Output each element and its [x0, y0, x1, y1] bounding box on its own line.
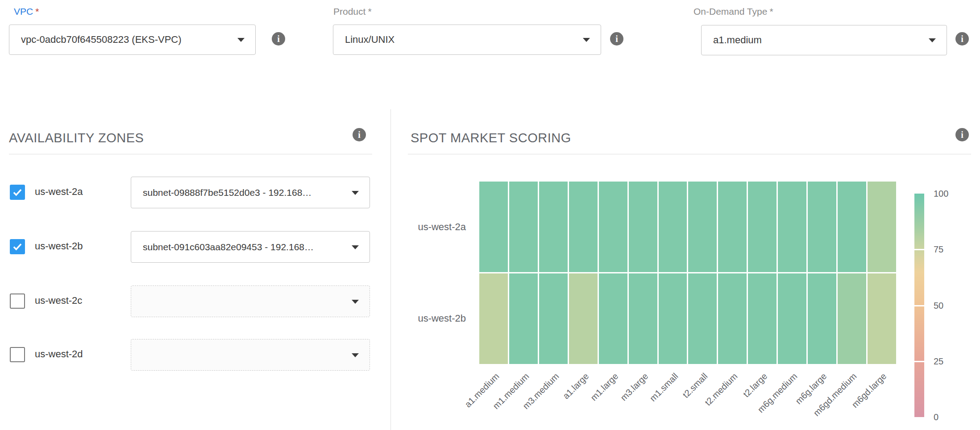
- availability-zones-underline: [9, 154, 372, 154]
- subnet-select-value: subnet-091c603aa82e09453 - 192.168…: [143, 242, 314, 252]
- vpc-select-value: vpc-0adcb70f645508223 (EKS-VPC): [21, 34, 182, 45]
- required-asterisk: *: [769, 6, 773, 17]
- heatmap-cell: [778, 273, 806, 364]
- on-demand-type-label: On-Demand Type*: [693, 6, 773, 17]
- on-demand-type-select-value: a1.medium: [713, 34, 762, 46]
- product-label-text: Product: [333, 6, 365, 17]
- az-row: us-west-2b subnet-091c603aa82e09453 - 19…: [0, 231, 384, 263]
- az-zone-label: us-west-2d: [35, 348, 83, 360]
- heatmap-cell: [479, 273, 508, 364]
- on-demand-type-info-icon[interactable]: [955, 32, 969, 45]
- heatmap-cell: [838, 273, 866, 364]
- chevron-down-icon: [352, 245, 359, 249]
- heatmap-cell: [688, 182, 717, 272]
- spot-market-scoring-info-icon[interactable]: [955, 128, 969, 141]
- az-zone-label: us-west-2a: [35, 186, 83, 198]
- vpc-label-text: VPC: [14, 6, 33, 17]
- subnet-select-value: subnet-09888f7be5152d0e3 - 192.168…: [143, 187, 311, 198]
- az-checkbox[interactable]: [10, 347, 25, 362]
- check-icon: [12, 241, 23, 252]
- az-zone-label: us-west-2b: [35, 240, 83, 252]
- heatmap-cell: [539, 182, 568, 272]
- heatmap-cell: [509, 273, 538, 364]
- subnet-select[interactable]: subnet-091c603aa82e09453 - 192.168…: [131, 231, 370, 263]
- chevron-down-icon: [583, 38, 590, 42]
- spot-market-scoring-title: SPOT MARKET SCORING: [411, 131, 571, 145]
- chevron-down-icon: [352, 191, 359, 195]
- spot-market-scoring-underline: [408, 154, 971, 154]
- vpc-info-icon[interactable]: [272, 32, 285, 45]
- heatmap-cell: [539, 273, 568, 364]
- az-checkbox[interactable]: [10, 185, 25, 200]
- heatmap-cell: [808, 273, 836, 364]
- colorbar-tick-label: 50: [934, 300, 943, 310]
- required-asterisk: *: [368, 6, 371, 17]
- heatmap-cell: [868, 273, 896, 364]
- spot-market-config-page: VPC* vpc-0adcb70f645508223 (EKS-VPC) Pro…: [0, 0, 980, 430]
- chevron-down-icon: [237, 38, 245, 42]
- subnet-select[interactable]: [131, 339, 370, 371]
- chevron-down-icon: [352, 300, 359, 304]
- vpc-select[interactable]: vpc-0adcb70f645508223 (EKS-VPC): [9, 25, 256, 55]
- heatmap-cell: [599, 273, 627, 364]
- product-info-icon[interactable]: [610, 32, 623, 45]
- check-icon: [12, 186, 23, 198]
- colorbar-tick-label: 25: [934, 356, 943, 366]
- heatmap-cell: [748, 182, 777, 272]
- availability-zones-title: AVAILABILITY ZONES: [9, 131, 144, 145]
- product-label: Product*: [333, 6, 372, 17]
- vpc-label: VPC*: [14, 6, 39, 17]
- heatmap-cell: [748, 273, 777, 364]
- colorbar-separator: [914, 249, 924, 250]
- heatmap-cell: [659, 273, 687, 364]
- colorbar-separator: [914, 361, 924, 362]
- az-row: us-west-2d: [0, 339, 384, 371]
- heatmap-row-label: us-west-2b: [399, 313, 466, 324]
- heatmap-cell: [629, 273, 657, 364]
- heatmap-cell: [569, 182, 598, 272]
- heatmap-cell: [838, 182, 866, 272]
- heatmap-cell: [659, 182, 687, 272]
- section-divider: [390, 109, 391, 430]
- product-select[interactable]: Linux/UNIX: [333, 25, 601, 55]
- required-asterisk: *: [35, 6, 39, 17]
- heatmap-cell: [718, 273, 747, 364]
- az-row: us-west-2c: [0, 285, 384, 317]
- availability-zones-info-icon[interactable]: [353, 128, 366, 141]
- heatmap-cell: [808, 182, 836, 272]
- heatmap-column-label: a1.medium: [425, 371, 502, 430]
- chevron-down-icon: [352, 353, 359, 357]
- heatmap-cell: [479, 182, 508, 272]
- spot-scoring-heatmap: [479, 182, 896, 364]
- colorbar-separator: [914, 305, 924, 306]
- az-checkbox[interactable]: [10, 294, 25, 309]
- heatmap-cell: [509, 182, 538, 272]
- colorbar-tick-label: 0: [934, 412, 938, 422]
- colorbar-tick-label: 100: [934, 189, 948, 199]
- on-demand-type-label-text: On-Demand Type: [693, 6, 767, 17]
- heatmap-cell: [629, 182, 657, 272]
- heatmap-cell: [599, 182, 627, 272]
- colorbar-tick-label: 75: [934, 244, 943, 255]
- az-checkbox[interactable]: [10, 239, 25, 254]
- az-row: us-west-2a subnet-09888f7be5152d0e3 - 19…: [0, 177, 384, 208]
- subnet-select[interactable]: subnet-09888f7be5152d0e3 - 192.168…: [131, 177, 370, 208]
- product-select-value: Linux/UNIX: [345, 34, 394, 45]
- heatmap-cell: [868, 182, 896, 272]
- subnet-select[interactable]: [131, 285, 370, 317]
- heatmap-cell: [688, 273, 717, 364]
- heatmap-row-label: us-west-2a: [399, 221, 466, 233]
- az-zone-label: us-west-2c: [35, 295, 82, 306]
- heatmap-cell: [569, 273, 598, 364]
- on-demand-type-select[interactable]: a1.medium: [701, 25, 947, 55]
- chevron-down-icon: [929, 38, 936, 42]
- heatmap-cell: [718, 182, 747, 272]
- heatmap-cell: [778, 182, 806, 272]
